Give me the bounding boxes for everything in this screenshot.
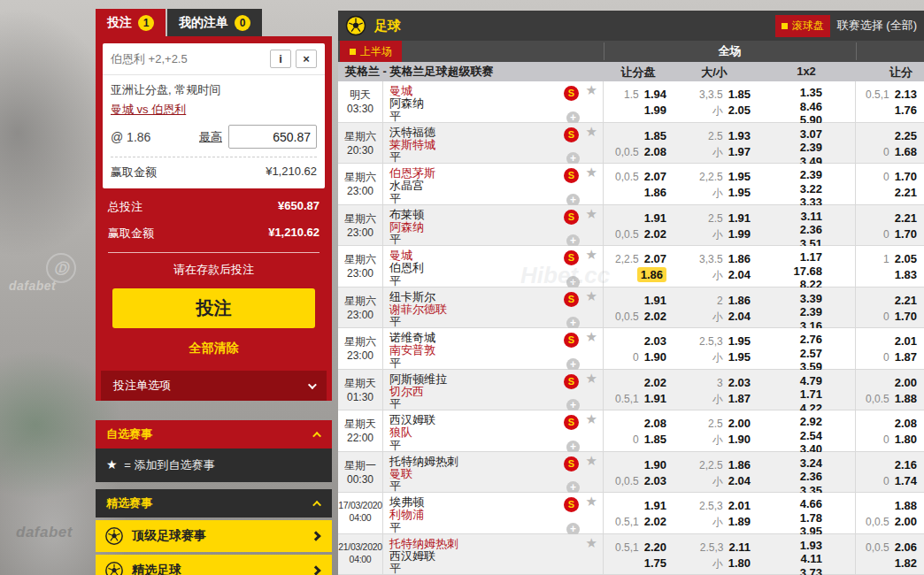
ou-l1[interactable]: 1.95 — [728, 170, 751, 183]
x12-away[interactable]: 2.36 — [757, 223, 822, 237]
favorite-star-icon[interactable]: ★ — [586, 495, 597, 508]
x12-away[interactable]: 1.71 — [757, 387, 822, 402]
ah-l1[interactable]: 1.90 — [644, 458, 666, 472]
ah-l2[interactable]: 1.91 — [644, 392, 666, 405]
ah-l2[interactable]: 1.90 — [644, 350, 666, 364]
ah2-l1[interactable]: 2.21 — [895, 211, 917, 225]
favorite-star-icon[interactable]: ★ — [586, 249, 597, 261]
ah2-l1[interactable]: 2.21 — [895, 294, 917, 307]
ah-l2[interactable]: 1.75 — [644, 556, 666, 570]
ou-l1[interactable]: 1.93 — [728, 129, 751, 142]
favorites-header[interactable]: 自选赛事 — [96, 420, 332, 448]
ou-l1[interactable]: 2.00 — [728, 417, 751, 430]
ah2-l2[interactable]: 2.21 — [895, 186, 917, 199]
ou-l2[interactable]: 1.95 — [728, 350, 751, 364]
x12-away[interactable]: 4.11 — [757, 552, 822, 566]
x12-away[interactable]: 2.39 — [757, 141, 822, 155]
ou-l1[interactable]: 1.86 — [728, 252, 751, 265]
ou-l2[interactable]: 1.99 — [728, 227, 751, 241]
x12-home[interactable]: 1.35 — [757, 86, 822, 100]
ah2-l1[interactable]: 2.13 — [895, 88, 917, 101]
ah-l1[interactable]: 2.02 — [644, 376, 666, 389]
place-bet-button[interactable]: 投注 — [112, 288, 315, 328]
ah2-l1[interactable]: 1.88 — [895, 499, 917, 512]
x12-away[interactable]: 3.22 — [757, 182, 822, 196]
x12-away[interactable]: 2.36 — [757, 470, 822, 484]
stake-input[interactable] — [228, 125, 317, 149]
close-bet-button[interactable]: × — [296, 50, 317, 68]
x12-home[interactable]: 2.39 — [757, 168, 822, 182]
favorite-star-icon[interactable]: ★ — [586, 126, 597, 138]
favorite-star-icon[interactable]: ★ — [586, 290, 597, 303]
ah2-l1[interactable]: 2.25 — [895, 129, 917, 142]
tab-my-bets[interactable]: 我的注单 0 — [167, 9, 262, 36]
ah2-l1[interactable]: 2.01 — [895, 334, 917, 348]
ou-l1[interactable]: 2.03 — [728, 376, 751, 389]
x12-away[interactable]: 1.78 — [757, 511, 822, 525]
favorite-star-icon[interactable]: ★ — [586, 84, 597, 96]
ah2-l2[interactable]: 1.70 — [895, 227, 917, 241]
ah2-l2[interactable]: 1.80 — [895, 433, 917, 446]
ah-l2[interactable]: 1.99 — [644, 104, 666, 117]
x12-draw[interactable]: 3.73 — [757, 566, 822, 575]
league-select-button[interactable]: 联赛选择 (全部) — [837, 18, 917, 34]
favorite-star-icon[interactable]: ★ — [586, 208, 597, 220]
ah2-l2[interactable]: 1.83 — [895, 268, 917, 281]
away-team[interactable]: 西汉姆联 — [389, 550, 603, 563]
ah-l1[interactable]: 1.91 — [644, 211, 666, 225]
ah-l1[interactable]: 2.07 — [644, 252, 666, 265]
first-half-button[interactable]: 上半场 — [340, 41, 402, 62]
ou-l1[interactable]: 1.86 — [728, 458, 751, 472]
ah-l2[interactable]: 2.08 — [644, 145, 666, 158]
clear-all-link[interactable]: 全部清除 — [108, 341, 320, 371]
ah2-l2[interactable]: 1.87 — [895, 350, 917, 364]
ou-l2[interactable]: 1.89 — [728, 515, 751, 528]
ah2-l2[interactable]: 1.88 — [895, 392, 917, 405]
favorite-star-icon[interactable]: ★ — [586, 331, 597, 343]
ah2-l1[interactable]: 2.00 — [895, 376, 917, 389]
info-button[interactable]: i — [270, 50, 291, 68]
tab-betslip[interactable]: 投注 1 — [96, 9, 166, 36]
ah2-l1[interactable]: 2.16 — [895, 458, 917, 472]
ah2-l2[interactable]: 1.70 — [895, 310, 917, 323]
ah2-l1[interactable]: 2.08 — [895, 417, 917, 430]
x12-home[interactable]: 3.07 — [757, 127, 822, 142]
x12-away[interactable]: 8.46 — [757, 100, 822, 114]
x12-away[interactable]: 2.57 — [757, 347, 822, 361]
favorite-star-icon[interactable]: ★ — [586, 372, 597, 385]
ah-l1[interactable]: 1.91 — [644, 294, 666, 307]
ah2-l1[interactable]: 1.70 — [895, 170, 917, 183]
featured-item[interactable]: 顶级足球赛事 — [96, 520, 332, 552]
x12-home[interactable]: 1.17 — [757, 250, 822, 264]
ah-l2[interactable]: 2.02 — [644, 310, 666, 323]
ah2-l1[interactable]: 2.05 — [895, 252, 917, 265]
ou-l2[interactable]: 1.95 — [728, 186, 751, 199]
ou-l2[interactable]: 2.04 — [728, 268, 751, 281]
x12-home[interactable]: 2.76 — [757, 333, 822, 347]
max-stake-link[interactable]: 最高 — [199, 129, 222, 145]
ou-l1[interactable]: 1.95 — [728, 334, 751, 348]
x12-away[interactable]: 17.68 — [757, 264, 822, 279]
ou-l1[interactable]: 1.91 — [728, 211, 751, 225]
x12-home[interactable]: 2.92 — [757, 415, 822, 429]
ah-l1[interactable]: 2.07 — [644, 170, 666, 183]
ou-l2[interactable]: 2.04 — [728, 310, 751, 323]
ou-l2[interactable]: 1.87 — [728, 392, 751, 405]
x12-home[interactable]: 3.24 — [757, 456, 822, 471]
ou-l1[interactable]: 1.85 — [728, 88, 751, 101]
ou-l2[interactable]: 1.97 — [728, 145, 751, 158]
betslip-options-bar[interactable]: 投注单选项 — [101, 371, 327, 401]
ah-l2[interactable]: 1.86 — [644, 186, 666, 199]
ah-l1[interactable]: 2.20 — [644, 540, 666, 554]
ou-l1[interactable]: 1.86 — [728, 294, 751, 307]
ah-l1[interactable]: 1.91 — [644, 499, 666, 512]
ah2-l1[interactable]: 2.06 — [895, 540, 917, 554]
favorite-star-icon[interactable]: ★ — [586, 413, 597, 426]
favorite-star-icon[interactable]: ★ — [586, 537, 597, 549]
x12-home[interactable]: 4.79 — [757, 374, 822, 388]
x12-away[interactable]: 2.54 — [757, 429, 822, 443]
ah-l2[interactable]: 2.03 — [644, 474, 666, 487]
featured-header[interactable]: 精选赛事 — [96, 489, 332, 518]
x12-away[interactable]: 2.39 — [757, 305, 822, 319]
ah-l1[interactable]: 2.08 — [644, 417, 666, 430]
